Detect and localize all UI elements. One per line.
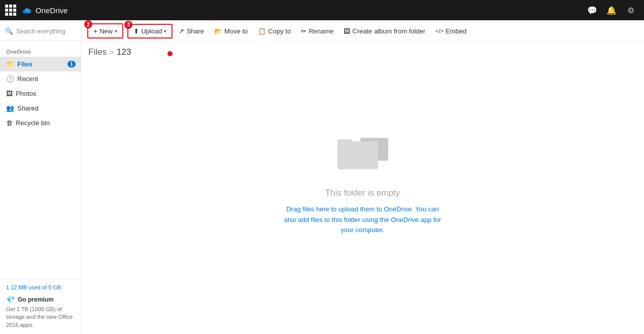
chat-icon: 💬: [587, 6, 597, 15]
files-badge: 1: [67, 61, 76, 67]
copy-to-button[interactable]: 📋 Copy to: [254, 25, 295, 38]
recent-icon: 🕐: [6, 75, 14, 83]
rename-icon: ✏: [301, 27, 307, 35]
sidebar-item-photos-label: Photos: [16, 90, 36, 97]
copy-icon: 📋: [258, 27, 266, 35]
premium-section: 💎 Go premium Get 1 TB (1000 GB) of stora…: [6, 295, 75, 329]
gear-icon: ⚙: [627, 6, 634, 15]
sidebar-item-recent[interactable]: 🕐 Recent: [0, 71, 81, 86]
new-plus-icon: +: [93, 27, 97, 35]
share-icon: ↗: [179, 27, 184, 35]
svg-rect-4: [337, 141, 378, 169]
create-album-button[interactable]: 🖼 Create album from folder: [340, 25, 429, 38]
embed-button[interactable]: </> Embed: [431, 25, 470, 38]
sidebar-item-recent-label: Recent: [17, 75, 38, 83]
search-icon: 🔍: [5, 27, 13, 35]
upload-button[interactable]: ⬆ Upload ▾ 3: [127, 24, 173, 39]
search-placeholder: Search everything: [16, 28, 65, 35]
sidebar-item-files[interactable]: 📁 Files 1: [0, 57, 81, 71]
waffle-menu-icon[interactable]: [5, 5, 16, 16]
album-icon: 🖼: [344, 27, 350, 35]
move-icon: 📂: [214, 27, 222, 35]
empty-folder-area: This folder is empty Drag files here to …: [81, 62, 644, 334]
breadcrumb: Files > 123: [81, 42, 644, 62]
new-annotation-badge: 2: [84, 20, 92, 28]
recycle-icon: 🗑: [6, 119, 13, 127]
top-bar-actions: 💬 🔔 ⚙: [584, 2, 639, 18]
sidebar-bottom: 1.12 MB used of 5 GB 💎 Go premium Get 1 …: [0, 279, 81, 334]
premium-title[interactable]: 💎 Go premium: [6, 295, 75, 304]
main-layout: 🔍 Search everything OneDrive 📁 Files 1 🕐…: [0, 20, 644, 334]
breadcrumb-root[interactable]: Files: [88, 47, 107, 57]
new-button[interactable]: + New ▾ 2: [87, 23, 123, 39]
diamond-icon: 💎: [6, 295, 15, 304]
svg-rect-5: [337, 139, 353, 143]
top-bar: OneDrive 💬 🔔 ⚙: [0, 0, 644, 20]
notifications-button[interactable]: 🔔: [603, 2, 620, 18]
onedrive-logo-icon: [22, 6, 31, 15]
toolbar: + New ▾ 2 ⬆ Upload ▾ 3 ↗ Share 📂 Move to: [81, 20, 644, 42]
shared-icon: 👥: [6, 104, 14, 112]
upload-annotation-badge: 3: [124, 21, 132, 29]
new-chevron-icon: ▾: [115, 28, 117, 34]
premium-description: Get 1 TB (1000 GB) of storage and the ne…: [6, 306, 75, 329]
breadcrumb-separator: >: [110, 48, 114, 56]
move-to-button[interactable]: 📂 Move to: [210, 25, 252, 38]
app-logo: OneDrive: [22, 6, 67, 15]
svg-point-2: [25, 9, 29, 12]
chat-button[interactable]: 💬: [584, 2, 600, 18]
app-name: OneDrive: [36, 6, 67, 15]
upload-chevron-icon: ▾: [164, 28, 166, 34]
sidebar-item-shared-label: Shared: [17, 104, 39, 112]
search-box[interactable]: 🔍 Search everything: [0, 24, 81, 41]
sidebar-item-recycle[interactable]: 🗑 Recycle bin: [0, 116, 81, 130]
breadcrumb-current: 123: [117, 47, 131, 57]
sidebar-nav: OneDrive 📁 Files 1 🕐 Recent 🖼 Photos 👥 S…: [0, 41, 81, 279]
sidebar-section-label: OneDrive: [0, 45, 81, 57]
sidebar-item-files-label: Files: [17, 60, 32, 68]
annotation-red-dot: [167, 51, 173, 56]
sidebar-item-shared[interactable]: 👥 Shared: [0, 101, 81, 116]
empty-folder-icon: [332, 130, 393, 176]
storage-usage[interactable]: 1.12 MB used of 5 GB: [6, 284, 75, 290]
sidebar: 🔍 Search everything OneDrive 📁 Files 1 🕐…: [0, 20, 81, 334]
embed-icon: </>: [435, 28, 444, 34]
empty-folder-description: Drag files here to upload them to OneDri…: [282, 204, 444, 236]
share-button[interactable]: ↗ Share: [175, 25, 208, 38]
sidebar-item-recycle-label: Recycle bin: [16, 119, 50, 127]
photos-icon: 🖼: [6, 90, 13, 97]
sidebar-item-photos[interactable]: 🖼 Photos: [0, 86, 81, 101]
content-area: + New ▾ 2 ⬆ Upload ▾ 3 ↗ Share 📂 Move to: [81, 20, 644, 334]
empty-folder-title: This folder is empty: [325, 188, 400, 198]
upload-icon: ⬆: [133, 27, 139, 35]
rename-button[interactable]: ✏ Rename: [297, 25, 337, 38]
settings-button[interactable]: ⚙: [623, 2, 639, 18]
files-icon: 📁: [6, 60, 14, 68]
bell-icon: 🔔: [606, 6, 617, 15]
